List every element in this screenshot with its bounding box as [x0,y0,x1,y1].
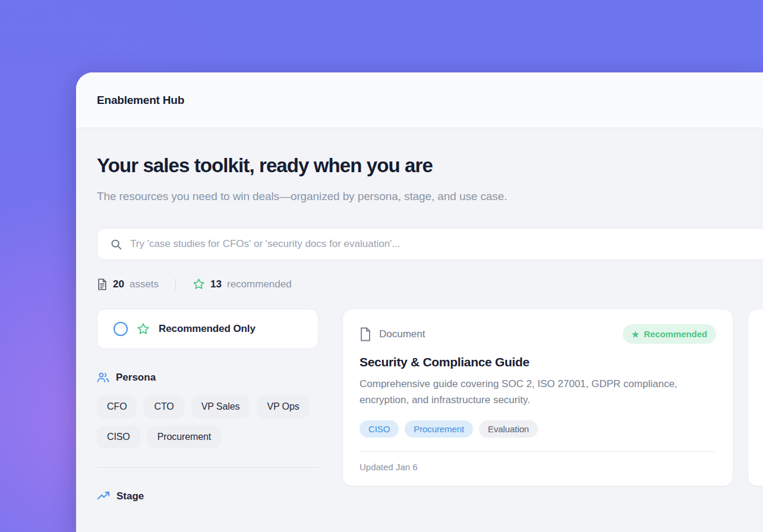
file-icon [360,327,371,341]
stage-section-header: Stage [97,490,319,503]
assets-label: assets [130,278,159,290]
recommended-stat: 13 recommended [193,278,292,290]
assets-count: 20 [113,278,124,290]
persona-section-label: Persona [116,372,156,384]
star-filled-icon: ★ [632,330,639,338]
search-bar[interactable] [97,228,763,260]
users-icon [97,371,109,384]
persona-chip-procurement[interactable]: Procurement [147,426,222,448]
panel-body: Your sales toolkit, ready when you are T… [76,128,763,503]
enablement-hub-panel: Enablement Hub Your sales toolkit, ready… [76,72,763,532]
persona-section-header: Persona [97,371,319,384]
star-outline-icon [137,322,150,335]
purple-backdrop: Enablement Hub Your sales toolkit, ready… [0,0,763,532]
page-title: Your sales toolkit, ready when you are [97,154,763,177]
card-title: Security & Compliance Guide [360,355,716,369]
tag-ciso: CISO [360,420,399,438]
star-outline-icon [193,278,205,290]
panel-header: Enablement Hub [76,72,763,128]
card-type-label: Document [379,328,425,340]
persona-chip-ciso[interactable]: CISO [97,426,140,448]
persona-chip-cfo[interactable]: CFO [97,395,137,418]
stage-section-label: Stage [116,490,144,502]
asset-card-security-compliance-guide[interactable]: Document ★ Recommended Security & Compli… [342,309,733,486]
page-subtitle: The resources you need to win deals—orga… [97,186,531,207]
recommended-count: 13 [210,278,222,290]
recommended-badge: ★ Recommended [623,324,716,344]
recommended-label: recommended [227,278,292,290]
filters-sidebar: Recommended Only Persona [97,309,319,503]
content-row: Recommended Only Persona [97,309,763,503]
persona-chips: CFO CTO VP Sales VP Ops CISO Procurement [97,395,319,448]
card-type: Document [360,327,425,341]
card-updated-date: Updated Jan 6 [360,462,716,485]
card-description: Comprehensive guide covering SOC 2, ISO … [360,376,716,408]
card-tags: CISO Procurement Evaluation [360,420,716,438]
stats-row: 20 assets 13 recommended [97,278,763,290]
persona-chip-vp-sales[interactable]: VP Sales [191,395,250,418]
assets-stat: 20 assets [97,278,159,290]
document-icon [97,278,108,290]
app-title: Enablement Hub [97,94,184,107]
persona-chip-cto[interactable]: CTO [144,395,184,418]
radio-circle-icon[interactable] [113,322,128,336]
recommended-badge-label: Recommended [644,329,707,339]
tag-procurement: Procurement [405,420,473,438]
search-input[interactable] [130,229,763,259]
asset-cards: Document ★ Recommended Security & Compli… [342,309,763,486]
sidebar-divider [97,467,319,468]
recommended-only-toggle[interactable]: Recommended Only [97,309,319,349]
tag-evaluation: Evaluation [479,420,538,438]
stats-divider [175,278,176,290]
trending-up-icon [97,490,110,503]
card-top-row: Document ★ Recommended [360,324,716,344]
persona-chip-vp-ops[interactable]: VP Ops [257,395,309,418]
search-icon [110,238,122,251]
card-divider [360,451,716,452]
recommended-only-label: Recommended Only [159,323,256,335]
asset-card-partial[interactable] [748,309,763,486]
